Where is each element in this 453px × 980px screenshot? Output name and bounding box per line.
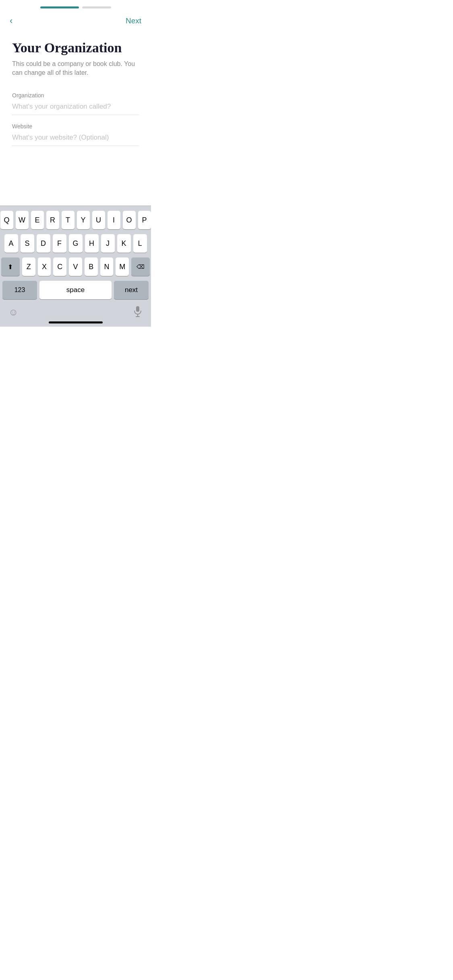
key-x[interactable]: X [38, 257, 51, 276]
keyboard-emoji-row: ☺ [1, 304, 150, 321]
mic-button[interactable] [133, 306, 143, 318]
key-c[interactable]: C [53, 257, 66, 276]
website-field-group: Website [12, 123, 139, 154]
nav-row: ‹ Next [0, 8, 151, 30]
numbers-button[interactable]: 123 [2, 281, 37, 299]
page-subtitle: This could be a company or book club. Yo… [12, 60, 139, 78]
progress-bar-container [0, 0, 151, 8]
emoji-button[interactable]: ☺ [8, 307, 19, 318]
next-button[interactable]: Next [124, 15, 143, 27]
keyboard: Q W E R T Y U I O P A S D F G H J K L ⬆ [0, 206, 151, 327]
key-r[interactable]: R [46, 211, 59, 229]
keyboard-bottom-row: 123 space next [1, 281, 150, 299]
key-d[interactable]: D [37, 234, 50, 253]
key-m[interactable]: M [116, 257, 129, 276]
key-j[interactable]: J [101, 234, 115, 253]
page-title: Your Organization [12, 40, 139, 56]
key-l[interactable]: L [133, 234, 147, 253]
key-q[interactable]: Q [0, 211, 13, 229]
key-a[interactable]: A [4, 234, 18, 253]
key-b[interactable]: B [85, 257, 98, 276]
key-w[interactable]: W [16, 211, 29, 229]
key-n[interactable]: N [100, 257, 114, 276]
key-g[interactable]: G [69, 234, 83, 253]
organization-input[interactable] [12, 101, 139, 115]
key-i[interactable]: I [108, 211, 120, 229]
key-e[interactable]: E [31, 211, 44, 229]
screen: ‹ Next Your Organization This could be a… [0, 0, 151, 327]
key-u[interactable]: U [92, 211, 105, 229]
website-input[interactable] [12, 132, 139, 146]
key-o[interactable]: O [123, 211, 136, 229]
organization-label: Organization [12, 92, 139, 99]
keyboard-row-2: A S D F G H J K L [1, 234, 150, 253]
keyboard-next-button[interactable]: next [114, 281, 149, 299]
back-button[interactable]: ‹ [8, 15, 14, 27]
key-p[interactable]: P [138, 211, 151, 229]
key-h[interactable]: H [85, 234, 99, 253]
website-label: Website [12, 123, 139, 130]
keyboard-row-3: ⬆ Z X C V B N M ⌫ [1, 257, 150, 276]
key-v[interactable]: V [69, 257, 82, 276]
delete-button[interactable]: ⌫ [131, 257, 150, 276]
key-t[interactable]: T [62, 211, 74, 229]
key-s[interactable]: S [21, 234, 34, 253]
shift-button[interactable]: ⬆ [1, 257, 20, 276]
key-f[interactable]: F [53, 234, 66, 253]
organization-field-group: Organization [12, 92, 139, 123]
keyboard-row-1: Q W E R T Y U I O P [1, 211, 150, 229]
emoji-icon: ☺ [8, 307, 19, 317]
space-button[interactable]: space [39, 281, 112, 299]
svg-rect-0 [136, 306, 139, 312]
main-content: Your Organization This could be a compan… [0, 30, 151, 206]
home-indicator [49, 321, 103, 323]
shift-icon: ⬆ [8, 263, 13, 271]
key-y[interactable]: Y [77, 211, 90, 229]
key-z[interactable]: Z [22, 257, 35, 276]
mic-icon [133, 306, 143, 317]
key-k[interactable]: K [117, 234, 131, 253]
delete-icon: ⌫ [137, 264, 145, 270]
